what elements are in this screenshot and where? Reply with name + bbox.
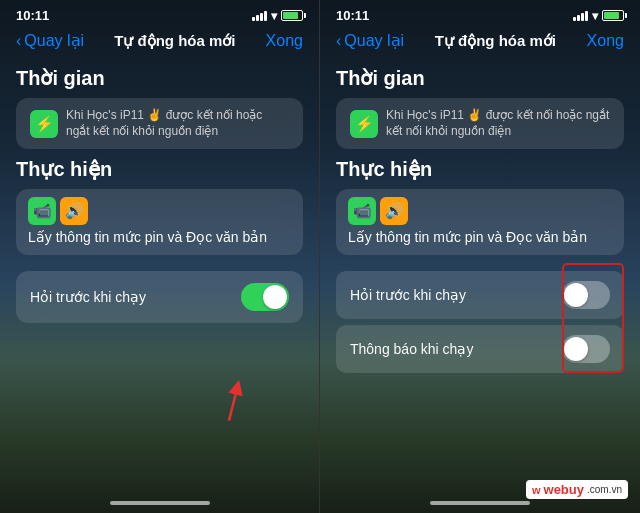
webuy-brand: webuy	[544, 482, 584, 497]
action-card-left[interactable]: 📹 🔊 Lấy thông tin mức pin và Đọc văn bản	[16, 189, 303, 255]
home-indicator-left	[110, 501, 210, 505]
nav-bar-left: ‹ Quay lại Tự động hóa mới Xong	[0, 27, 319, 58]
left-phone-panel: 10:11 ▾ ‹ Quay lại Tự động hóa mới	[0, 0, 320, 513]
back-button-right[interactable]: ‹ Quay lại	[336, 31, 404, 50]
time-section-left: Thời gian ⚡ Khi Học's iP11 ✌️ được kết n…	[16, 66, 303, 149]
left-content: 10:11 ▾ ‹ Quay lại Tự động hóa mới	[0, 0, 319, 513]
nav-title-right: Tự động hóa mới	[435, 32, 556, 50]
action-section-right: Thực hiện 📹 🔊 Lấy thông tin mức pin và Đ…	[336, 157, 624, 255]
power-icon-right: ⚡	[350, 110, 378, 138]
toggle-section-right: Hỏi trước khi chạy Thông báo khi chạy	[336, 263, 624, 373]
wifi-icon-left: ▾	[271, 9, 277, 23]
action-icons-right: 📹 🔊	[336, 189, 624, 229]
time-header-left: Thời gian	[16, 66, 303, 90]
video-icon-left: 📹	[28, 197, 56, 225]
toggle-knob-1-right	[564, 283, 588, 307]
right-content: 10:11 ▾ ‹ Quay lại Tự động hóa mới	[320, 0, 640, 513]
toggle-section-left: Hỏi trước khi chạy	[16, 263, 303, 323]
status-icons-left: ▾	[252, 9, 303, 23]
toggle-label-1-right: Hỏi trước khi chạy	[350, 287, 466, 303]
time-section-right: Thời gian ⚡ Khi Học's iP11 ✌️ được kết n…	[336, 66, 624, 149]
toggle-row-2-right[interactable]: Thông báo khi chạy	[336, 325, 624, 373]
battery-icon-left	[281, 10, 303, 21]
power-icon-left: ⚡	[30, 110, 58, 138]
time-header-right: Thời gian	[336, 66, 624, 90]
toggle-label-left: Hỏi trước khi chạy	[30, 289, 146, 305]
status-bar-left: 10:11 ▾	[0, 0, 319, 27]
speaker-icon-left: 🔊	[60, 197, 88, 225]
nav-title-left: Tự động hóa mới	[114, 32, 235, 50]
toggle-switch-left[interactable]	[241, 283, 289, 311]
toggle-switch-1-right[interactable]	[562, 281, 610, 309]
time-right: 10:11	[336, 8, 369, 23]
arrow-icon	[209, 379, 249, 429]
webuy-watermark: w webuy .com.vn	[526, 480, 628, 499]
signal-icon-right	[573, 11, 588, 21]
video-icon-right: 📹	[348, 197, 376, 225]
webuy-icon: w	[532, 484, 541, 496]
done-button-left[interactable]: Xong	[266, 32, 303, 50]
toggle-row-left[interactable]: Hỏi trước khi chạy	[16, 271, 303, 323]
toggle-switch-2-right[interactable]	[562, 335, 610, 363]
time-card-left[interactable]: ⚡ Khi Học's iP11 ✌️ được kết nối hoặc ng…	[16, 98, 303, 149]
nav-bar-right: ‹ Quay lại Tự động hóa mới Xong	[320, 27, 640, 58]
chevron-left-icon-right: ‹	[336, 32, 341, 50]
action-text-left: Lấy thông tin mức pin và Đọc văn bản	[16, 229, 303, 255]
right-phone-panel: 10:11 ▾ ‹ Quay lại Tự động hóa mới	[320, 0, 640, 513]
signal-icon-left	[252, 11, 267, 21]
arrow-annotation-left	[209, 379, 249, 433]
speaker-icon-right: 🔊	[380, 197, 408, 225]
toggle-group-right: Hỏi trước khi chạy Thông báo khi chạy	[336, 271, 624, 373]
chevron-left-icon: ‹	[16, 32, 21, 50]
status-icons-right: ▾	[573, 9, 624, 23]
battery-icon-right	[602, 10, 624, 21]
time-card-right[interactable]: ⚡ Khi Học's iP11 ✌️ được kết nối hoặc ng…	[336, 98, 624, 149]
back-label-right: Quay lại	[344, 31, 404, 50]
done-button-right[interactable]: Xong	[587, 32, 624, 50]
wifi-icon-right: ▾	[592, 9, 598, 23]
time-card-text-left: Khi Học's iP11 ✌️ được kết nối hoặc ngắt…	[66, 108, 289, 139]
action-header-left: Thực hiện	[16, 157, 303, 181]
toggle-knob-2-right	[564, 337, 588, 361]
action-section-left: Thực hiện 📹 🔊 Lấy thông tin mức pin và Đ…	[16, 157, 303, 255]
action-card-right[interactable]: 📹 🔊 Lấy thông tin mức pin và Đọc văn bản	[336, 189, 624, 255]
time-card-text-right: Khi Học's iP11 ✌️ được kết nối hoặc ngắt…	[386, 108, 610, 139]
status-bar-right: 10:11 ▾	[320, 0, 640, 27]
toggle-knob-left	[263, 285, 287, 309]
action-header-right: Thực hiện	[336, 157, 624, 181]
svg-line-1	[229, 387, 237, 420]
back-button-left[interactable]: ‹ Quay lại	[16, 31, 84, 50]
action-icons-left: 📹 🔊	[16, 189, 303, 229]
webuy-domain: .com.vn	[587, 484, 622, 495]
back-label-left: Quay lại	[24, 31, 84, 50]
time-left: 10:11	[16, 8, 49, 23]
toggle-label-2-right: Thông báo khi chạy	[350, 341, 473, 357]
home-indicator-right	[430, 501, 530, 505]
action-text-right: Lấy thông tin mức pin và Đọc văn bản	[336, 229, 624, 255]
toggle-row-1-right[interactable]: Hỏi trước khi chạy	[336, 271, 624, 319]
